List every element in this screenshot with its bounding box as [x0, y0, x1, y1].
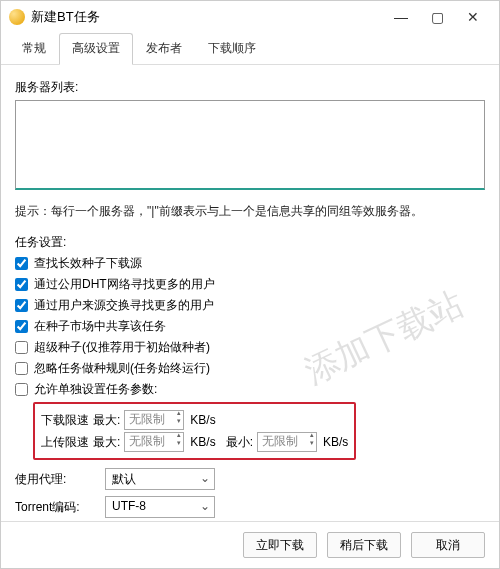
- titlebar: 新建BT任务 — ▢ ✕: [1, 1, 499, 33]
- check-superseed[interactable]: [15, 341, 28, 354]
- tab-general[interactable]: 常规: [9, 33, 59, 64]
- dl-max-input[interactable]: 无限制: [124, 410, 184, 430]
- check-label: 允许单独设置任务参数:: [34, 381, 157, 398]
- check-row-1: 通过公用DHT网络寻找更多的用户: [15, 276, 485, 293]
- check-row-4: 超级种子(仅推荐用于初始做种者): [15, 339, 485, 356]
- encoding-row: Torrent编码: UTF-8: [15, 496, 485, 518]
- server-list-input[interactable]: [15, 100, 485, 190]
- app-icon: [9, 9, 25, 25]
- encoding-select[interactable]: UTF-8: [105, 496, 215, 518]
- content-area: 添加下载站 服务器列表: 提示：每行一个服务器，"|"前缀表示与上一个是信息共享…: [1, 65, 499, 521]
- max-label: 最大:: [93, 412, 120, 429]
- dialog-window: 新建BT任务 — ▢ ✕ 常规 高级设置 发布者 下载顺序 添加下载站 服务器列…: [0, 0, 500, 569]
- tab-publisher[interactable]: 发布者: [133, 33, 195, 64]
- check-custom-params[interactable]: [15, 383, 28, 396]
- proxy-row: 使用代理: 默认: [15, 468, 485, 490]
- check-row-6: 允许单独设置任务参数:: [15, 381, 485, 398]
- check-row-5: 忽略任务做种规则(任务始终运行): [15, 360, 485, 377]
- unit-label: KB/s: [323, 435, 348, 449]
- download-now-button[interactable]: 立即下载: [243, 532, 317, 558]
- check-label: 超级种子(仅推荐用于初始做种者): [34, 339, 210, 356]
- proxy-label: 使用代理:: [15, 471, 105, 488]
- check-long-seed[interactable]: [15, 257, 28, 270]
- server-hint: 提示：每行一个服务器，"|"前缀表示与上一个是信息共享的同组等效服务器。: [15, 203, 485, 220]
- minimize-button[interactable]: —: [383, 3, 419, 31]
- check-market[interactable]: [15, 320, 28, 333]
- task-settings-section: 任务设置: 查找长效种子下载源 通过公用DHT网络寻找更多的用户 通过用户来源交…: [15, 234, 485, 518]
- tab-advanced[interactable]: 高级设置: [59, 33, 133, 65]
- check-pex[interactable]: [15, 299, 28, 312]
- ul-min-input[interactable]: 无限制: [257, 432, 317, 452]
- check-row-2: 通过用户来源交换寻找更多的用户: [15, 297, 485, 314]
- upload-limit-row: 上传限速 最大: 无限制 KB/s 最小: 无限制 KB/s: [41, 432, 348, 452]
- check-row-0: 查找长效种子下载源: [15, 255, 485, 272]
- task-settings-label: 任务设置:: [15, 234, 485, 251]
- check-dht[interactable]: [15, 278, 28, 291]
- min-label: 最小:: [226, 434, 253, 451]
- check-label: 查找长效种子下载源: [34, 255, 142, 272]
- speed-limits-box: 下载限速 最大: 无限制 KB/s 上传限速 最大: 无限制 KB/s 最小: …: [33, 402, 356, 460]
- window-title: 新建BT任务: [31, 8, 383, 26]
- cancel-button[interactable]: 取消: [411, 532, 485, 558]
- check-label: 通过用户来源交换寻找更多的用户: [34, 297, 214, 314]
- maximize-button[interactable]: ▢: [419, 3, 455, 31]
- close-button[interactable]: ✕: [455, 3, 491, 31]
- check-ignore-rules[interactable]: [15, 362, 28, 375]
- dialog-footer: 立即下载 稍后下载 取消: [1, 521, 499, 568]
- dl-limit-label: 下载限速: [41, 412, 89, 429]
- tab-order[interactable]: 下载顺序: [195, 33, 269, 64]
- ul-max-input[interactable]: 无限制: [124, 432, 184, 452]
- unit-label: KB/s: [190, 435, 215, 449]
- encoding-label: Torrent编码:: [15, 499, 105, 516]
- max-label: 最大:: [93, 434, 120, 451]
- proxy-select[interactable]: 默认: [105, 468, 215, 490]
- download-limit-row: 下载限速 最大: 无限制 KB/s: [41, 410, 348, 430]
- check-label: 在种子市场中共享该任务: [34, 318, 166, 335]
- check-label: 通过公用DHT网络寻找更多的用户: [34, 276, 215, 293]
- unit-label: KB/s: [190, 413, 215, 427]
- ul-limit-label: 上传限速: [41, 434, 89, 451]
- server-list-label: 服务器列表:: [15, 79, 485, 96]
- tab-bar: 常规 高级设置 发布者 下载顺序: [1, 33, 499, 65]
- check-label: 忽略任务做种规则(任务始终运行): [34, 360, 210, 377]
- check-row-3: 在种子市场中共享该任务: [15, 318, 485, 335]
- download-later-button[interactable]: 稍后下载: [327, 532, 401, 558]
